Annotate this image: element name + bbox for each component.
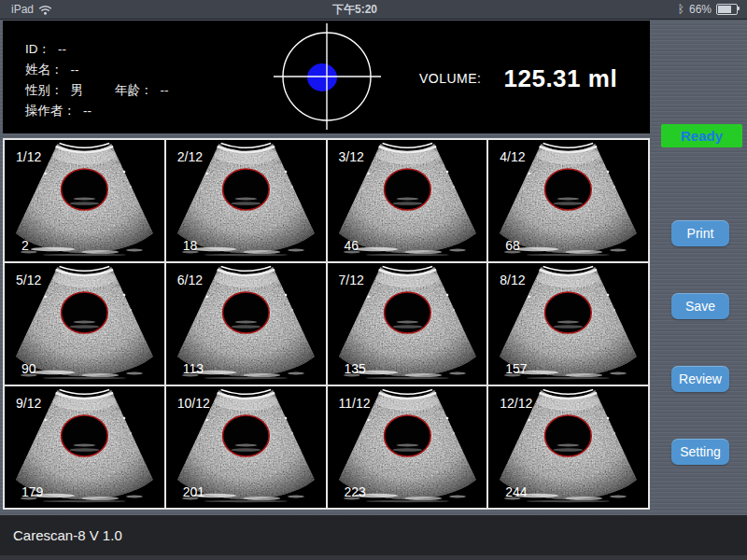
patient-id-label: ID： (25, 42, 50, 56)
patient-id-row: ID：-- (25, 39, 169, 60)
review-button[interactable]: Review (671, 366, 729, 392)
bladder-position-marker (307, 63, 337, 91)
patient-id-value: -- (58, 42, 66, 56)
cell-index-label: 10/12 (177, 396, 210, 411)
cell-frame-number: 68 (505, 238, 520, 253)
thumbnail-grid: 1/12 2 2/12 18 3/12 46 4/12 68 5/12 90 6… (3, 138, 650, 510)
ultrasound-cell-12[interactable]: 12/12 244 (488, 386, 648, 508)
volume-value: 125.31 ml (504, 64, 618, 93)
patient-gender-age-row: 性别：男年龄：-- (25, 80, 169, 101)
cell-index-label: 4/12 (500, 149, 525, 164)
setting-button[interactable]: Setting (671, 439, 729, 465)
patient-age-label: 年龄： (115, 83, 153, 97)
ultrasound-cell-3[interactable]: 3/12 46 (328, 140, 487, 261)
cell-frame-number: 90 (21, 361, 36, 376)
save-button[interactable]: Save (671, 293, 729, 319)
patient-gender-value: 男 (71, 83, 84, 97)
ultrasound-cell-8[interactable]: 8/12 157 (488, 263, 648, 385)
battery-icon (716, 4, 738, 15)
print-button[interactable]: Print (671, 220, 729, 246)
patient-name-value: -- (71, 63, 79, 77)
cell-index-label: 2/12 (177, 149, 203, 164)
cell-index-label: 8/12 (500, 273, 525, 287)
cell-frame-number: 201 (183, 484, 204, 499)
patient-info-panel: ID：-- 姓名：-- 性别：男年龄：-- 操作者：-- VOLUME: 125… (3, 21, 650, 133)
ultrasound-cell-2[interactable]: 2/12 18 (166, 140, 326, 261)
cell-frame-number: 113 (183, 361, 204, 376)
crosshair-target-icon (273, 22, 383, 131)
ios-status-bar: iPad 下午5:20 ᛒ 66% (0, 0, 747, 20)
ultrasound-cell-7[interactable]: 7/12 135 (328, 263, 487, 385)
cell-index-label: 9/12 (16, 396, 41, 411)
ultrasound-cell-6[interactable]: 6/12 113 (166, 263, 326, 385)
patient-gender-label: 性别： (25, 83, 63, 97)
patient-name-label: 姓名： (25, 63, 63, 77)
volume-label: VOLUME: (419, 71, 482, 86)
ultrasound-cell-9[interactable]: 9/12 179 (5, 386, 164, 508)
patient-info: ID：-- 姓名：-- 性别：男年龄：-- 操作者：-- (25, 39, 169, 121)
cell-index-label: 3/12 (339, 149, 364, 164)
patient-age-value: -- (161, 83, 169, 97)
cell-index-label: 11/12 (339, 396, 371, 411)
ultrasound-cell-11[interactable]: 11/12 223 (328, 386, 487, 508)
cell-frame-number: 46 (345, 238, 359, 253)
cell-frame-number: 157 (505, 361, 527, 376)
bottom-bar: Carescan-8 V 1.0 (0, 515, 747, 560)
cell-frame-number: 18 (183, 238, 198, 253)
cell-index-label: 12/12 (500, 396, 532, 411)
ready-status-badge: Ready (661, 124, 742, 147)
cell-frame-number: 179 (21, 484, 43, 499)
patient-operator-label: 操作者： (25, 104, 76, 118)
cell-index-label: 6/12 (177, 273, 203, 287)
app-root: iPad 下午5:20 ᛒ 66% ID：-- 姓名：-- 性别：男年龄：-- (0, 0, 747, 560)
cell-frame-number: 223 (345, 484, 366, 499)
patient-name-row: 姓名：-- (25, 60, 169, 80)
clock-label: 下午5:20 (0, 0, 710, 19)
cell-index-label: 7/12 (339, 273, 364, 287)
cell-frame-number: 135 (345, 361, 366, 376)
ultrasound-cell-1[interactable]: 1/12 2 (5, 140, 164, 261)
volume-readout: VOLUME: 125.31 ml (419, 58, 617, 99)
ultrasound-cell-5[interactable]: 5/12 90 (5, 263, 164, 385)
patient-operator-value: -- (83, 104, 92, 118)
app-version-label: Carescan-8 V 1.0 (13, 515, 122, 554)
cell-frame-number: 244 (505, 484, 527, 499)
patient-operator-row: 操作者：-- (25, 101, 169, 121)
ultrasound-cell-4[interactable]: 4/12 68 (488, 140, 648, 261)
battery-percent-label: 66% (689, 3, 712, 16)
cell-frame-number: 2 (21, 238, 29, 253)
ultrasound-cell-10[interactable]: 10/12 201 (166, 386, 326, 508)
cell-index-label: 1/12 (16, 149, 41, 164)
cell-index-label: 5/12 (16, 273, 41, 287)
bluetooth-icon: ᛒ (678, 0, 684, 19)
